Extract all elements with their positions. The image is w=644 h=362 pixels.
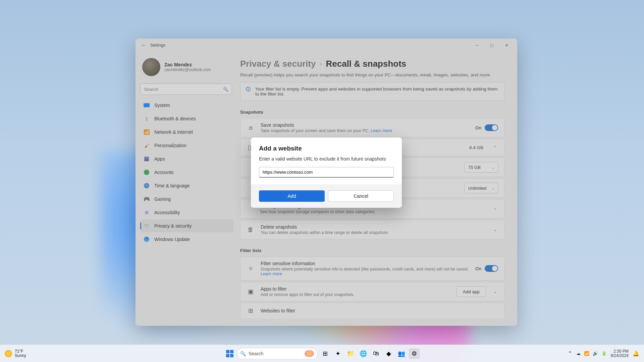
start-button[interactable] [224,348,235,359]
clock-time: 2:30 PM [611,349,629,354]
onedrive-icon[interactable]: ☁ [576,351,581,356]
explorer-icon[interactable]: 📁 [345,348,356,359]
website-url-input[interactable] [259,167,394,178]
taskbar-search[interactable]: 🔍 Search [237,348,318,359]
settings-taskbar-icon[interactable]: ⚙ [409,348,420,359]
teams-icon[interactable]: 👥 [396,348,407,359]
settings-window: ← Settings ─ ▢ ✕ Zac Mendez zacmendez@ou… [136,39,517,326]
search-accent-icon [305,350,314,357]
dialog-title: Add a website [259,145,394,152]
app-icon[interactable]: ◆ [383,348,394,359]
edge-icon[interactable]: 🌐 [358,348,369,359]
weather-cond: Sunny [15,354,26,358]
add-button[interactable]: Add [259,190,325,202]
search-icon: 🔍 [240,351,246,356]
add-website-dialog: Add a website Enter a valid website URL … [251,137,402,208]
task-view-button[interactable]: ⊞ [320,348,330,359]
copilot-icon[interactable]: ✦ [332,348,343,359]
notifications-icon[interactable]: 🔔 [633,350,639,357]
system-tray[interactable]: ☁ 📶 🔊 🔋 [576,351,607,356]
taskbar-search-label: Search [249,351,263,356]
clock-date: 9/24/2024 [611,354,629,358]
cancel-button[interactable]: Cancel [328,190,394,202]
taskbar: 71°FSunny 🔍 Search ⊞ ✦ 📁 🌐 🛍 ◆ 👥 ⚙ ⌃ ☁ 📶… [0,345,644,362]
tray-overflow[interactable]: ⌃ [568,350,572,357]
tray-volume-icon[interactable]: 🔊 [593,351,598,356]
weather-temp: 71°F [15,349,26,354]
store-icon[interactable]: 🛍 [371,348,381,359]
tray-battery-icon[interactable]: 🔋 [601,351,607,356]
dialog-message: Enter a valid website URL to exclude it … [259,156,394,162]
taskbar-clock[interactable]: 2:30 PM 9/24/2024 [611,349,629,358]
weather-icon [5,350,12,357]
tray-wifi-icon[interactable]: 📶 [584,351,589,356]
weather-widget[interactable]: 71°FSunny [5,349,26,358]
